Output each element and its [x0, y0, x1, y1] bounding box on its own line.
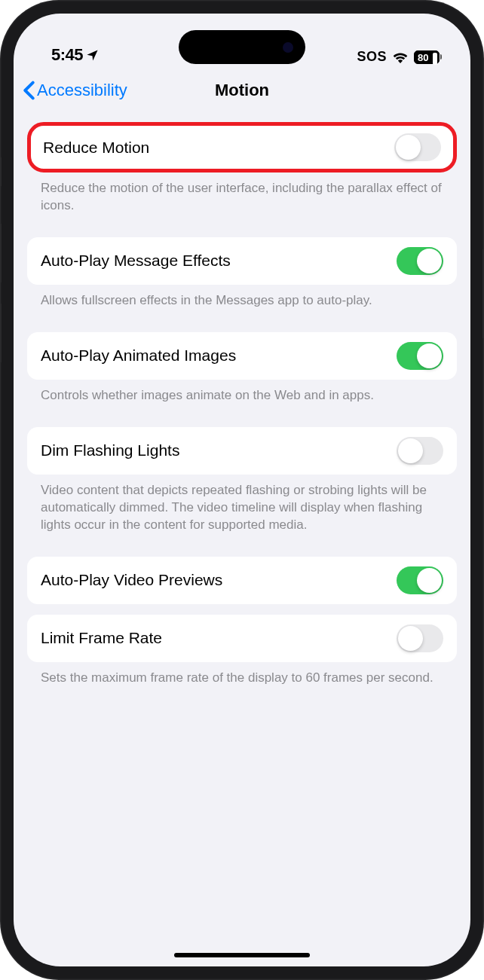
- sos-indicator: SOS: [357, 49, 387, 65]
- settings-row-reduce-motion[interactable]: Reduce Motion: [27, 122, 457, 172]
- device-frame: 5:45 SOS 80: [0, 0, 484, 980]
- toggle-knob: [417, 568, 442, 593]
- settings-row-limit-framerate[interactable]: Limit Frame Rate: [27, 615, 457, 662]
- settings-content: Reduce Motion Reduce the motion of the u…: [14, 111, 470, 699]
- settings-group-reduce-motion: Reduce Motion Reduce the motion of the u…: [27, 122, 457, 227]
- toggle-knob: [396, 135, 421, 160]
- back-button[interactable]: Accessibility: [23, 81, 127, 100]
- settings-group-limit-framerate: Limit Frame Rate Sets the maximum frame …: [27, 615, 457, 699]
- row-description: Reduce the motion of the user interface,…: [27, 172, 457, 227]
- settings-group-autoplay-message: Auto-Play Message Effects Allows fullscr…: [27, 237, 457, 322]
- status-time: 5:45: [51, 45, 83, 65]
- toggle-limit-framerate[interactable]: [397, 624, 443, 652]
- toggle-dim-flashing[interactable]: [397, 437, 443, 465]
- settings-row-dim-flashing[interactable]: Dim Flashing Lights: [27, 427, 457, 475]
- back-label: Accessibility: [37, 81, 127, 100]
- settings-row-autoplay-images[interactable]: Auto-Play Animated Images: [27, 332, 457, 380]
- toggle-autoplay-video[interactable]: [397, 566, 443, 594]
- settings-group-autoplay-video: Auto-Play Video Previews: [27, 557, 457, 604]
- status-left: 5:45: [51, 45, 99, 65]
- navigation-bar: Accessibility Motion: [14, 69, 470, 111]
- battery-tip: [440, 54, 442, 60]
- row-label: Reduce Motion: [43, 139, 149, 157]
- front-camera: [283, 42, 293, 53]
- settings-row-autoplay-message[interactable]: Auto-Play Message Effects: [27, 237, 457, 285]
- toggle-reduce-motion[interactable]: [394, 133, 441, 161]
- settings-row-autoplay-video[interactable]: Auto-Play Video Previews: [27, 557, 457, 604]
- screen: 5:45 SOS 80: [14, 14, 470, 966]
- location-icon: [86, 49, 99, 62]
- row-label: Auto-Play Message Effects: [41, 252, 231, 270]
- row-description: Allows fullscreen effects in the Message…: [27, 285, 457, 322]
- dynamic-island: [179, 30, 305, 64]
- toggle-autoplay-images[interactable]: [397, 342, 443, 370]
- toggle-knob: [398, 438, 423, 463]
- battery-indicator: 80: [414, 50, 442, 64]
- volume-down-button: [0, 303, 2, 363]
- toggle-autoplay-message[interactable]: [397, 247, 443, 275]
- wifi-icon: [392, 51, 409, 63]
- row-label: Auto-Play Video Previews: [41, 571, 222, 589]
- row-description: Video content that depicts repeated flas…: [27, 475, 457, 546]
- row-label: Limit Frame Rate: [41, 629, 162, 647]
- row-description: Controls whether images animate on the W…: [27, 380, 457, 417]
- settings-group-autoplay-images: Auto-Play Animated Images Controls wheth…: [27, 332, 457, 417]
- battery-body: 80: [414, 50, 440, 64]
- toggle-knob: [417, 343, 442, 368]
- row-label: Dim Flashing Lights: [41, 441, 179, 459]
- page-title: Motion: [215, 81, 269, 100]
- battery-level: 80: [418, 51, 428, 63]
- row-label: Auto-Play Animated Images: [41, 347, 236, 365]
- row-description: Sets the maximum frame rate of the displ…: [27, 662, 457, 699]
- home-indicator[interactable]: [174, 953, 310, 957]
- mute-switch: [0, 157, 2, 187]
- battery-fill: [433, 53, 437, 65]
- toggle-knob: [398, 626, 423, 651]
- volume-up-button: [0, 223, 2, 283]
- status-right: SOS 80: [357, 49, 442, 65]
- chevron-left-icon: [23, 81, 35, 100]
- toggle-knob: [417, 249, 442, 273]
- settings-group-dim-flashing: Dim Flashing Lights Video content that d…: [27, 427, 457, 546]
